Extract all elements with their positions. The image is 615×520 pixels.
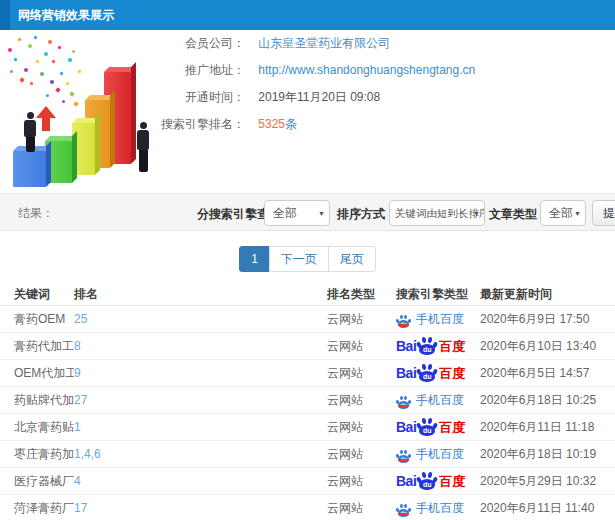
table-header-row: 关键词 排名 排名类型 搜索引擎类型 最新更新时间 [0,283,615,306]
rank-link[interactable]: 8 [74,333,327,359]
table-row: 医疗器械厂家 4 云网站 Baidu百度 2020年5月29日 10:32 [0,468,615,495]
engine-select[interactable]: 全部▼ [264,200,330,226]
baidu-logo: Baidu百度 [396,468,465,494]
rank-link[interactable]: 25 [74,306,327,332]
rank-link[interactable]: 4 [74,468,327,494]
table-row: 菏泽膏药厂家 17 云网站 du手机百度 2020年6月11日 11:40 [0,495,615,520]
table-row: 北京膏药贴牌 1 云网站 Baidu百度 2020年6月11日 11:18 [0,414,615,441]
rank-type-cell: 云网站 [327,414,396,440]
keyword-cell: 膏药OEM [0,306,74,332]
pagination: 1 下一页 尾页 [0,246,615,272]
updated-cell: 2020年6月11日 11:40 [480,495,615,520]
header-engine-type: 搜索引擎类型 [396,283,480,305]
last-page-button[interactable]: 尾页 [328,246,376,272]
open-time-value: 2019年11月20日 09:08 [258,90,380,104]
baidu-cn-label: 百度 [439,360,465,386]
rankings-table: 关键词 排名 排名类型 搜索引擎类型 最新更新时间 膏药OEM 25 云网站 d… [0,283,615,520]
up-arrow-icon [36,106,56,131]
ranking-count-suffix[interactable]: 条 [285,117,297,131]
keyword-cell: 药贴牌代加工 [0,387,74,413]
title-bar-accent [0,0,10,30]
sort-filter-label: 排序方式 [337,206,385,223]
mobile-baidu-icon: du [396,500,411,516]
ranking-count-value: 5325 [258,117,285,131]
promo-url-row: 推广地址： http://www.shandonghuangshengtang.… [0,57,615,84]
rank-type-cell: 云网站 [327,360,396,386]
table-row: 药贴牌代加工 27 云网站 du手机百度 2020年6月18日 10:25 [0,387,615,414]
baidu-wordmark: Bai [396,414,416,440]
mobile-baidu-label: 手机百度 [416,387,464,413]
mobile-baidu-logo: du手机百度 [396,387,464,413]
filter-bar: 结果： 分搜索引擎查看 全部▼ 排序方式 关键词由短到长排序▼ 文章类型 全部▼… [0,193,615,231]
header-rank-type: 排名类型 [327,283,396,305]
mobile-baidu-icon: du [396,311,411,327]
baidu-paw-icon: du [417,337,437,355]
baidu-wordmark: Bai [396,360,416,386]
baidu-logo: Baidu百度 [396,360,465,386]
mobile-baidu-logo: du手机百度 [396,495,464,520]
chevron-down-icon: ▼ [574,201,581,226]
rank-link[interactable]: 9 [74,360,327,386]
updated-cell: 2020年6月18日 10:19 [480,441,615,467]
rank-link[interactable]: 1,4,6 [74,441,327,467]
engine-cell: du手机百度 [396,387,480,413]
baidu-cn-label: 百度 [439,414,465,440]
baidu-paw-icon: du [417,364,437,382]
page-1-button[interactable]: 1 [239,246,270,272]
updated-cell: 2020年6月9日 17:50 [480,306,615,332]
header-rank: 排名 [74,283,327,305]
mobile-baidu-icon: du [396,446,411,462]
mobile-baidu-label: 手机百度 [416,306,464,332]
mobile-baidu-label: 手机百度 [416,495,464,520]
baidu-logo: Baidu百度 [396,414,465,440]
chevron-down-icon: ▼ [318,201,325,226]
baidu-paw-icon: du [417,472,437,490]
sort-select[interactable]: 关键词由短到长排序▼ [389,200,485,226]
rank-type-cell: 云网站 [327,495,396,520]
keyword-cell: 医疗器械厂家 [0,468,74,494]
next-page-button[interactable]: 下一页 [269,246,329,272]
baidu-paw-icon: du [417,418,437,436]
article-type-select[interactable]: 全部▼ [540,200,586,226]
baidu-wordmark: Bai [396,468,416,494]
rank-type-cell: 云网站 [327,306,396,332]
table-row: 膏药OEM 25 云网站 du手机百度 2020年6月9日 17:50 [0,306,615,333]
chevron-down-icon: ▼ [473,201,480,226]
mobile-baidu-logo: du手机百度 [396,441,464,467]
updated-cell: 2020年6月18日 10:25 [480,387,615,413]
header-keyword: 关键词 [0,283,74,305]
rank-link[interactable]: 17 [74,495,327,520]
rank-type-cell: 云网站 [327,468,396,494]
engine-cell: du手机百度 [396,441,480,467]
member-company-link[interactable]: 山东皇圣堂药业有限公司 [258,36,390,50]
article-type-label: 文章类型 [489,206,537,223]
table-row: 膏药代加工 8 云网站 Baidu百度 2020年6月10日 13:40 [0,333,615,360]
engine-cell: du手机百度 [396,306,480,332]
updated-cell: 2020年5月29日 10:32 [480,468,615,494]
title-bar: 网络营销效果展示 [0,0,615,30]
table-row: OEM代加工 9 云网站 Baidu百度 2020年6月5日 14:57 [0,360,615,387]
baidu-logo: Baidu百度 [396,333,465,359]
businessman-figure-right [137,122,149,172]
engine-cell: du手机百度 [396,495,480,520]
submit-button[interactable]: 提交 [592,200,615,226]
rank-type-cell: 云网站 [327,333,396,359]
engine-cell: Baidu百度 [396,360,480,386]
promo-url-link[interactable]: http://www.shandonghuangshengtang.cn [258,63,475,77]
marketing-report-page: 网络营销效果展示 会员公司： 山东皇圣堂药业有限公司 推广地址： http://… [0,0,615,520]
keyword-cell: 膏药代加工 [0,333,74,359]
rank-type-cell: 云网站 [327,441,396,467]
rank-link[interactable]: 27 [74,387,327,413]
baidu-cn-label: 百度 [439,333,465,359]
mobile-baidu-icon: du [396,392,411,408]
member-company-label: 会员公司： [0,30,245,57]
rank-type-cell: 云网站 [327,387,396,413]
engine-cell: Baidu百度 [396,468,480,494]
table-body: 膏药OEM 25 云网站 du手机百度 2020年6月9日 17:50 膏药代加… [0,306,615,520]
bar-blue [13,151,46,187]
mobile-baidu-label: 手机百度 [416,441,464,467]
header-updated: 最新更新时间 [480,283,615,305]
businessman-figure-left [24,112,36,152]
updated-cell: 2020年6月10日 13:40 [480,333,615,359]
rank-link[interactable]: 1 [74,414,327,440]
